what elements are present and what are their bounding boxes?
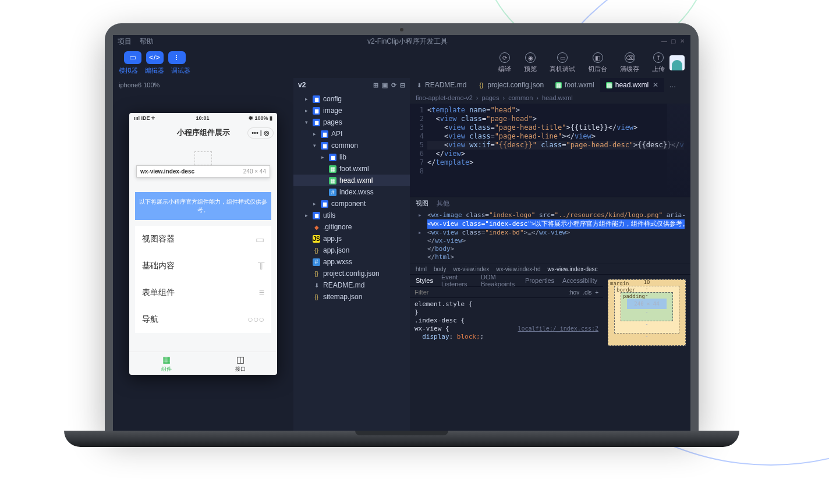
tree-file[interactable]: ▦head.wxml xyxy=(293,175,410,186)
grid-icon: ▦ xyxy=(162,354,171,365)
window-title: v2-FinClip小程序开发工具 xyxy=(367,37,448,47)
dom-tab-other[interactable]: 其他 xyxy=(437,199,449,208)
close-icon[interactable]: ✕ xyxy=(653,81,658,89)
mode-editor-button[interactable]: </> xyxy=(146,51,164,64)
tool-compile[interactable]: ⟳编译 xyxy=(498,52,511,73)
list-item[interactable]: 视图容器▭ xyxy=(135,226,271,253)
tree-folder[interactable]: ▸config xyxy=(293,93,410,105)
tool-background[interactable]: ◧切后台 xyxy=(588,52,607,73)
win-close-icon[interactable]: ✕ xyxy=(680,38,686,44)
inspector-tab[interactable]: Accessibility xyxy=(562,277,597,284)
mode-editor-label: 编辑器 xyxy=(145,66,164,75)
dom-crumb[interactable]: wx-view.index-hd xyxy=(496,266,540,272)
menu-project[interactable]: 项目 xyxy=(118,37,132,47)
tool-clear-cache[interactable]: ⌫清缓存 xyxy=(620,52,639,73)
dom-tab-view[interactable]: 视图 xyxy=(416,199,428,208)
tree-folder[interactable]: ▸image xyxy=(293,105,410,116)
tree-file[interactable]: ▦foot.wxml xyxy=(293,163,410,175)
tree-file[interactable]: ◆.gitignore xyxy=(293,221,410,233)
tree-folder[interactable]: ▸component xyxy=(293,198,410,210)
avatar[interactable] xyxy=(669,55,685,70)
tree-folder[interactable]: ▸API xyxy=(293,128,410,140)
dom-node[interactable]: </wx-view> xyxy=(427,237,685,245)
breadcrumb-segment[interactable]: head.wxml xyxy=(542,94,573,101)
wxml-icon: ▦ xyxy=(329,177,336,184)
breadcrumb-segment[interactable]: common xyxy=(508,94,533,101)
win-max-icon[interactable]: ▢ xyxy=(671,38,676,44)
selected-element[interactable]: 以下将展示小程序官方组件能力，组件样式仅供参考。 xyxy=(135,192,271,220)
tree-file[interactable]: #index.wxss xyxy=(293,186,410,198)
inspector-tab[interactable]: Properties xyxy=(525,277,554,284)
code-editor[interactable]: 12345678 <template name="head"> <view cl… xyxy=(410,104,690,197)
preview-icon: ◉ xyxy=(525,52,536,63)
list-item[interactable]: 表单组件≡ xyxy=(135,279,271,306)
tabbar-api[interactable]: ◫接口 xyxy=(203,352,277,375)
tree-folder[interactable]: ▸utils xyxy=(293,210,410,221)
chevron-icon: ▸ xyxy=(313,201,318,207)
wxss-icon: # xyxy=(329,189,336,196)
tool-remote-debug[interactable]: ▭真机调试 xyxy=(550,52,575,73)
tree-file[interactable]: ⬇README.md xyxy=(293,279,410,291)
capsule-more-icon[interactable]: ••• xyxy=(251,129,258,136)
mode-debugger-button[interactable]: ⫶ xyxy=(168,51,186,64)
json-icon: {} xyxy=(313,270,320,278)
dom-node[interactable]: <wx-view class="index-desc">以下将展示小程序官方组件… xyxy=(427,219,685,229)
breadcrumb-segment[interactable]: fino-applet-demo-v2 xyxy=(416,94,473,101)
dom-crumb[interactable]: wx-view.index xyxy=(454,266,490,272)
dom-node[interactable]: </body> xyxy=(427,245,685,253)
dom-node[interactable]: </html> xyxy=(427,253,685,261)
tree-file[interactable]: JSapp.js xyxy=(293,233,410,244)
tree-file[interactable]: {}app.json xyxy=(293,244,410,256)
chevron-icon: ▸ xyxy=(321,154,326,160)
refresh-icon[interactable]: ⟳ xyxy=(391,81,396,89)
project-root-label: v2 xyxy=(298,81,306,89)
tree-folder[interactable]: ▾pages xyxy=(293,116,410,128)
styles-filter-input[interactable] xyxy=(414,289,564,296)
dom-node[interactable]: ▸<wx-view class="index-bd">…</wx-view> xyxy=(427,229,685,237)
inspector-tab[interactable]: Styles xyxy=(416,277,433,284)
tab-overflow[interactable]: … xyxy=(664,81,681,89)
mode-simulator-label: 模拟器 xyxy=(119,66,138,75)
json-icon: {} xyxy=(313,247,320,254)
capsule-close-icon[interactable]: ◎ xyxy=(264,129,270,137)
win-min-icon[interactable]: — xyxy=(661,38,667,44)
filter-button[interactable]: + xyxy=(595,289,598,296)
tabbar-component[interactable]: ▦组件 xyxy=(129,352,203,375)
menu-help[interactable]: 帮助 xyxy=(140,37,154,47)
inspector-tab[interactable]: Event Listeners xyxy=(441,275,473,288)
list-item[interactable]: 基础内容𝕋 xyxy=(135,253,271,279)
dom-tree[interactable]: ▸<wx-image class="index-logo" src="../re… xyxy=(410,209,690,264)
editor-tab[interactable]: ▦head.wxml✕ xyxy=(600,78,664,92)
filter-button[interactable]: :hov xyxy=(568,289,579,296)
row-icon: ○○○ xyxy=(247,314,264,325)
ide-window: 项目 帮助 v2-FinClip小程序开发工具 — ▢ ✕ ▭ </> ⫶ xyxy=(113,35,690,432)
dom-crumb[interactable]: body xyxy=(434,266,447,272)
mode-simulator-button[interactable]: ▭ xyxy=(124,51,141,64)
tree-file[interactable]: #app.wxss xyxy=(293,256,410,268)
breadcrumb-segment[interactable]: pages xyxy=(482,94,499,101)
wxml-icon: ▦ xyxy=(329,165,336,173)
device-info[interactable]: iphone6 100% xyxy=(119,81,160,88)
inspector-tab[interactable]: DOM Breakpoints xyxy=(481,275,517,288)
editor-tab[interactable]: {}project.config.json xyxy=(472,78,550,92)
tool-upload[interactable]: ⤒上传 xyxy=(652,52,665,73)
minimap[interactable] xyxy=(667,104,690,197)
tree-folder[interactable]: ▾common xyxy=(293,140,410,151)
folder-icon xyxy=(329,154,336,161)
editor-tab[interactable]: ⬇README.md xyxy=(410,78,472,92)
tree-file[interactable]: {}project.config.json xyxy=(293,268,410,279)
dom-crumb[interactable]: wx-view.index-desc xyxy=(547,266,597,272)
dom-node[interactable]: ▸<wx-image class="index-logo" src="../re… xyxy=(427,211,685,219)
new-file-icon[interactable]: ⊞ xyxy=(373,81,378,89)
js-icon: JS xyxy=(313,235,320,243)
tree-folder[interactable]: ▸lib xyxy=(293,151,410,163)
tool-preview[interactable]: ◉预览 xyxy=(524,52,537,73)
list-item[interactable]: 导航○○○ xyxy=(135,306,271,333)
dom-crumb[interactable]: html xyxy=(416,266,427,272)
editor-tab[interactable]: ▦foot.wxml xyxy=(550,78,600,92)
new-folder-icon[interactable]: ▣ xyxy=(382,81,388,89)
tree-file[interactable]: {}sitemap.json xyxy=(293,291,410,303)
styles-rules[interactable]: element.style {}.index-desc {</span></di… xyxy=(410,298,603,343)
collapse-icon[interactable]: ⊟ xyxy=(400,81,405,89)
filter-button[interactable]: .cls xyxy=(583,289,591,296)
